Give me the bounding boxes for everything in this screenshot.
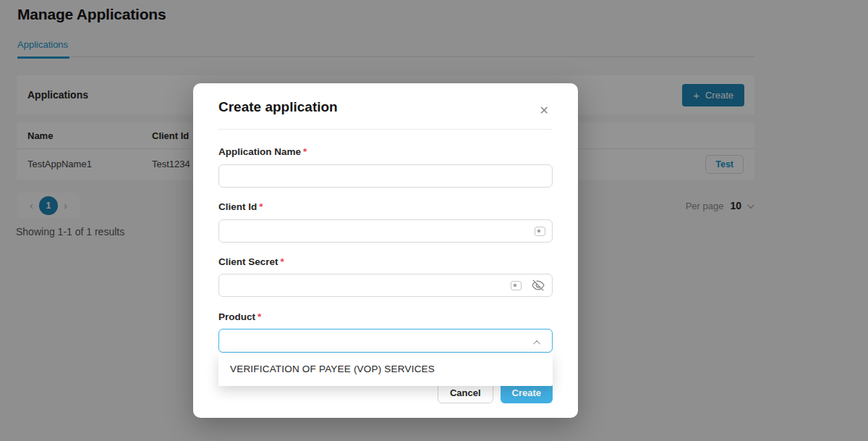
required-marker: * — [259, 201, 263, 212]
required-marker: * — [258, 311, 261, 322]
required-marker: * — [281, 256, 284, 267]
application-name-label: Application Name* — [218, 146, 307, 157]
close-icon[interactable]: ✕ — [540, 104, 549, 117]
modal-header-divider — [218, 129, 553, 130]
client-secret-field[interactable] — [218, 274, 553, 297]
required-marker: * — [303, 146, 307, 157]
create-application-modal: Create application ✕ Application Name* C… — [193, 83, 578, 418]
client-secret-field-wrap — [218, 274, 553, 297]
chevron-up-icon — [533, 340, 540, 348]
client-id-field-wrap — [218, 219, 553, 243]
client-id-label: Client Id* — [218, 201, 263, 212]
product-dropdown: VERIFICATION OF PAYEE (VOP) SERVICES — [218, 353, 553, 386]
autofill-icon[interactable] — [511, 281, 522, 290]
product-label: Product* — [218, 311, 261, 322]
client-id-field[interactable] — [218, 219, 553, 243]
manage-applications-page: Manage Applications Applications Applica… — [0, 0, 868, 441]
product-select[interactable] — [218, 329, 553, 353]
eye-off-icon[interactable] — [531, 278, 545, 293]
modal-title: Create application — [218, 99, 338, 115]
autofill-icon[interactable] — [535, 227, 545, 236]
client-secret-label: Client Secret* — [218, 256, 284, 267]
application-name-field[interactable] — [218, 164, 553, 188]
product-option-vop[interactable]: VERIFICATION OF PAYEE (VOP) SERVICES — [218, 353, 553, 386]
